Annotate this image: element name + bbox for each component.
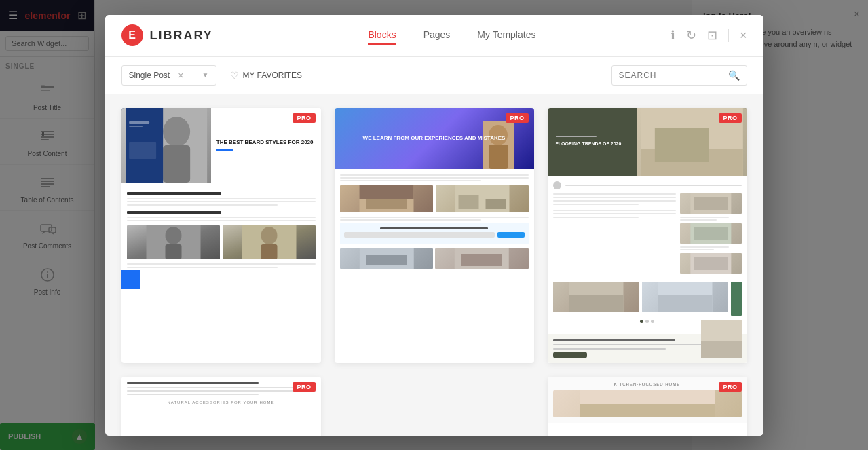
svg-rect-42 [366,255,407,265]
filter-value: Single Post [129,71,170,80]
filter-dropdown[interactable]: Single Post × ▼ [121,65,216,86]
favorites-button[interactable]: ♡ MY FAVORITES [225,66,308,85]
t1-line1 [127,198,316,199]
t3-spacer [553,207,676,210]
modal-logo: E [121,24,143,46]
t3-side-col [680,193,742,276]
t3-cta-small1 [553,344,704,345]
modal-toolbar: Single Post × ▼ ♡ MY FAVORITES 🔍 [105,57,763,94]
t1-title-text: THE BEST BEARD STYLES FOR 2020 [216,139,316,146]
search-icon: 🔍 [728,70,740,81]
t2-subscribe [340,223,529,244]
tab-blocks[interactable]: Blocks [368,29,396,45]
t1-line7 [127,267,278,268]
svg-rect-21 [163,145,190,183]
svg-point-20 [163,117,190,147]
heart-icon: ♡ [230,70,239,81]
search-input[interactable] [619,71,723,80]
modal-tabs: Blocks Pages My Templates [233,28,671,43]
t4-body: NATURAL ACCESSORIES FOR YOUR HOME [121,377,321,410]
svg-rect-53 [694,257,728,270]
svg-rect-39 [458,195,478,209]
library-modal: E LIBRARY Blocks Pages My Templates ℹ ↻ … [105,15,763,436]
template-card-kitchen[interactable]: PRO KITCHEN-FOCUSED HOME [548,377,747,436]
t3-cta [548,334,747,363]
tab-pages[interactable]: Pages [423,29,451,45]
t3-side-img2 [680,223,742,244]
t5-image [553,390,742,417]
t1-header: THE BEST BEARD STYLES FOR 2020 [121,108,321,183]
t1-person-image [121,108,211,183]
search-box: 🔍 [611,65,747,86]
svg-point-27 [165,227,181,244]
svg-rect-61 [580,404,715,417]
t2-line3 [340,180,482,181]
t3-dot1 [640,320,643,323]
t3-side-text3 [680,246,730,248]
t2-hero-person [483,121,514,169]
t2-hero-text: We Learn From Our Experiences And Mistak… [363,134,506,142]
t2-img2 [436,185,529,212]
t3-side-text4 [680,249,714,250]
template-card-flooring[interactable]: PRO Flooring Trends of 2020 [548,108,747,363]
t1-blue-bar [216,149,233,151]
svg-rect-47 [655,128,709,162]
template-preview-4: NATURAL ACCESSORIES FOR YOUR HOME [121,377,321,410]
svg-rect-36 [366,199,407,209]
t2-img1 [340,185,433,212]
close-modal-icon[interactable]: × [740,29,747,43]
t2-hero: We Learn From Our Experiences And Mistak… [335,108,534,169]
t1-header-left [121,108,211,183]
t3-green-block [731,282,742,316]
t3-cta-button [553,352,587,358]
t3-bottom-images [553,282,742,316]
svg-rect-23 [129,121,149,124]
svg-rect-31 [261,244,277,259]
t3-side-img3 [680,253,742,274]
t5-body: KITCHEN-FOCUSED HOME [548,377,747,423]
t5-label: KITCHEN-FOCUSED HOME [553,382,742,386]
t1-image-row [127,225,316,259]
t2-sub-photos [340,248,529,269]
svg-rect-57 [658,295,712,312]
refresh-icon[interactable]: ↻ [686,28,696,43]
t1-section2 [127,211,221,214]
pro-badge-4: PRO [293,382,315,392]
t2-spacer [340,269,529,273]
t4-label: NATURAL ACCESSORIES FOR YOUR HOME [127,400,316,405]
pro-badge-5: PRO [719,382,741,392]
t3-text2 [553,197,676,198]
t2-email-field [344,232,495,238]
t2-line5 [340,219,482,221]
svg-rect-55 [569,295,623,312]
template-card-natural[interactable]: PRO NATURAL ACCESSORIES FOR YOUR HOME [121,377,321,436]
t3-bot-img1 [553,282,639,312]
svg-rect-51 [694,227,728,240]
info-icon[interactable]: ℹ [671,28,675,43]
t1-line5 [127,220,316,221]
svg-rect-28 [165,244,181,259]
pro-badge-3: PRO [719,113,741,123]
dropdown-arrow-icon: ▼ [202,71,209,79]
save-template-icon[interactable]: ⊡ [707,28,717,43]
t2-sub-photo2 [435,248,529,269]
tab-my-templates[interactable]: My Templates [477,29,535,45]
t3-dot2 [645,320,649,323]
template-grid: PRO [121,108,747,436]
t3-hero-text-area: Flooring Trends of 2020 [556,136,639,147]
t3-cta-small2 [553,348,666,350]
t3-side-text2 [680,219,717,221]
t3-bot-img2 [642,282,728,312]
t1-blue-accent [121,270,140,289]
t2-line1 [340,174,529,176]
t1-line3 [127,204,278,206]
filter-clear-button[interactable]: × [178,70,183,81]
pro-badge-1: PRO [293,113,315,123]
template-preview-3: Flooring Trends of 2020 [548,108,747,363]
template-card-newsletter[interactable]: PRO We Learn From Our Experiences And Mi… [335,108,534,363]
t1-body [121,183,321,276]
t3-dot3 [651,320,654,323]
t3-text3 [553,200,676,202]
template-card-beard[interactable]: PRO [121,108,321,363]
t1-thumb2 [223,225,316,259]
